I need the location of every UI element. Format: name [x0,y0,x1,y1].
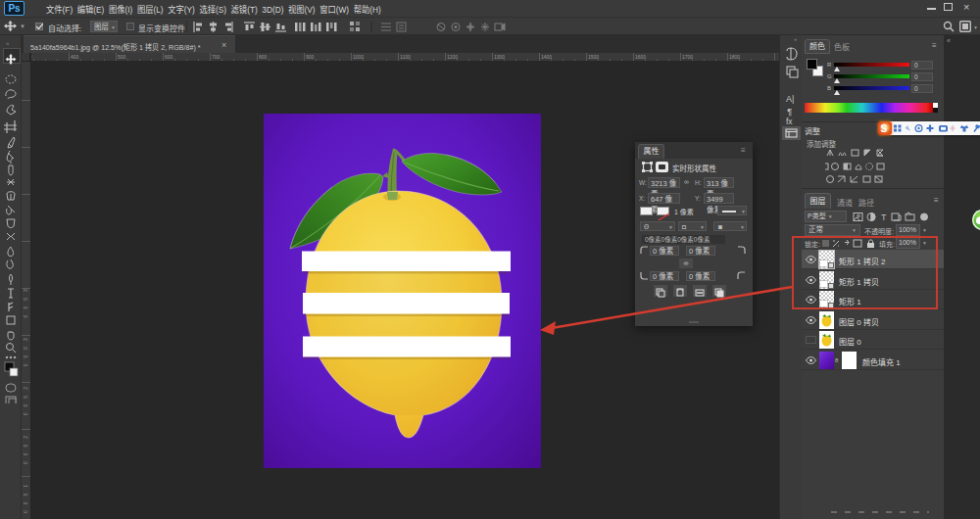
svg-text:T: T [881,212,887,222]
svg-text:A|: A| [786,94,794,104]
svg-text:fx: fx [786,117,793,126]
svg-text:S: S [881,123,888,133]
